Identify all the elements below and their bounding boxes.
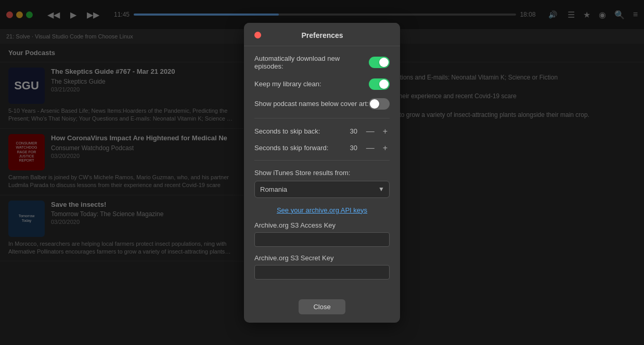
skip-forward-value: 30 <box>347 144 360 152</box>
modal-header: Preferences <box>244 23 400 46</box>
toggle-knob <box>379 79 389 89</box>
archive-secret-input[interactable] <box>254 265 390 280</box>
archive-access-input[interactable] <box>254 232 390 247</box>
modal-body: Automatically download new episodes: Kee… <box>244 46 400 295</box>
keep-clean-label: Keep my library clean: <box>254 80 321 88</box>
modal-close-button[interactable] <box>254 32 261 38</box>
auto-download-label: Automatically download new episodes: <box>254 55 369 70</box>
skip-back-increase-button[interactable]: + <box>381 127 390 136</box>
auto-download-row: Automatically download new episodes: <box>254 55 390 70</box>
modal-overlay: Preferences Automatically download new e… <box>0 0 644 345</box>
keep-clean-row: Keep my library clean: <box>254 78 390 90</box>
skip-forward-increase-button[interactable]: + <box>381 143 390 153</box>
divider <box>254 160 390 161</box>
itunes-label: Show iTunes Store results from: <box>254 169 390 177</box>
modal-title: Preferences <box>265 31 379 39</box>
skip-back-row: Seconds to skip back: 30 — + <box>254 127 390 136</box>
archive-secret-label: Archive.org S3 Secret Key <box>254 254 390 262</box>
archive-access-label: Archive.org S3 Access Key <box>254 221 390 229</box>
modal-footer: Close <box>244 295 400 323</box>
skip-back-decrease-button[interactable]: — <box>364 127 377 136</box>
skip-forward-label: Seconds to skip forward: <box>254 144 328 152</box>
skip-back-value: 30 <box>347 127 360 135</box>
country-select[interactable]: Romania United States United Kingdom Ger… <box>254 181 390 198</box>
show-names-toggle[interactable] <box>369 98 390 110</box>
divider <box>254 118 390 118</box>
skip-forward-row: Seconds to skip forward: 30 — + <box>254 143 390 153</box>
country-select-wrapper: Romania United States United Kingdom Ger… <box>254 181 390 198</box>
preferences-dialog: Preferences Automatically download new e… <box>244 23 400 323</box>
show-names-row: Show podcast names below cover art: <box>254 98 390 110</box>
keep-clean-toggle[interactable] <box>369 78 390 90</box>
skip-back-controls: 30 — + <box>347 127 390 136</box>
toggle-knob <box>370 99 379 109</box>
toggle-knob <box>379 58 389 67</box>
auto-download-toggle[interactable] <box>369 57 390 68</box>
archive-api-link[interactable]: See your archive.org API keys <box>254 206 390 214</box>
close-button[interactable]: Close <box>299 299 345 314</box>
show-names-label: Show podcast names below cover art: <box>254 100 369 108</box>
skip-forward-decrease-button[interactable]: — <box>364 143 377 153</box>
skip-back-label: Seconds to skip back: <box>254 127 320 135</box>
skip-forward-controls: 30 — + <box>347 143 390 153</box>
